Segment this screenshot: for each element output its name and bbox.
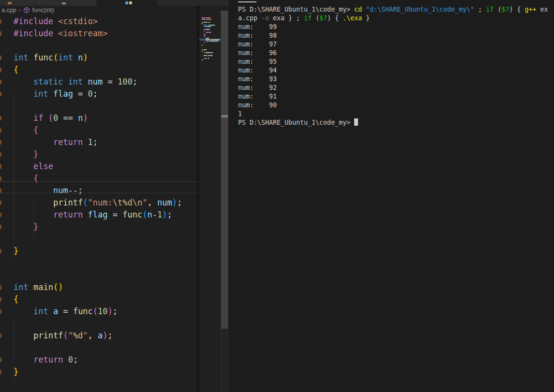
code-token: ; — [93, 137, 98, 147]
code-token: 0 — [53, 113, 58, 123]
scrollbar-thumb[interactable] — [221, 11, 228, 329]
code-token: ex — [537, 6, 548, 13]
code-token: func — [73, 306, 93, 316]
terminal-line[interactable]: num: 96 — [238, 49, 553, 58]
code-token: , — [88, 331, 98, 340]
minimap-code-bar — [206, 19, 211, 20]
code-token — [362, 6, 366, 13]
code-line[interactable] — [0, 40, 198, 52]
code-line[interactable]: if (0 == n) — [0, 112, 198, 124]
code-token: n — [147, 210, 152, 219]
minimap-code-bar — [219, 39, 220, 40]
code-line[interactable] — [0, 257, 198, 269]
code-line[interactable]: #include <iostream> — [0, 28, 198, 40]
minimap-code-bar — [202, 59, 203, 60]
terminal-line[interactable]: a.cpp -o exa } ; if ($?) { .\exa } — [238, 14, 553, 23]
code-token — [14, 89, 33, 99]
code-token — [14, 125, 33, 135]
code-token: { — [14, 294, 18, 304]
code-token: ; — [93, 89, 98, 99]
code-line[interactable]: } — [0, 245, 198, 257]
code-token: { — [14, 65, 18, 74]
code-token: ( — [93, 306, 98, 316]
code-line[interactable]: int flag = 0; — [0, 88, 198, 100]
code-line[interactable]: } — [0, 366, 198, 378]
terminal-line[interactable]: PS D:\SHARE_Ubuntu_1\code_my> — [238, 118, 553, 127]
code-line[interactable]: int a = func(10); — [0, 305, 198, 318]
code-line[interactable]: printf("%d", a); — [0, 330, 198, 342]
terminal-line[interactable]: num: 93 — [238, 75, 553, 84]
code-line[interactable]: } — [0, 148, 198, 160]
code-editor[interactable]: #include <cstdio>#include <iostream>int … — [0, 15, 198, 392]
minimap-code-bar — [210, 26, 211, 27]
code-line[interactable]: { — [0, 64, 198, 76]
code-line[interactable]: } — [0, 221, 198, 233]
minimap-code-bar — [202, 22, 203, 23]
editor-tab[interactable] — [36, 0, 96, 6]
vscode-window: a.cpp › func(int) #include <cstdio>#incl… — [0, 0, 554, 392]
code-line[interactable] — [0, 342, 198, 354]
code-line[interactable]: return flag = func(n-1); — [0, 209, 198, 221]
terminal-line[interactable]: num: 94 — [238, 66, 553, 75]
code-token — [48, 89, 53, 99]
code-line[interactable]: { — [0, 124, 198, 136]
code-token: num: 95 — [238, 58, 277, 65]
code-token: " — [142, 198, 147, 207]
code-token: if — [304, 15, 312, 22]
minimap[interactable] — [199, 6, 221, 392]
breadcrumb-symbol[interactable]: func(int) — [32, 7, 54, 14]
minimap-code-bar — [210, 32, 211, 33]
code-token: 1 — [238, 110, 242, 117]
terminal-line[interactable]: num: 95 — [238, 58, 553, 66]
terminal-panel[interactable]: PS D:\SHARE_Ubuntu_1\code_my> cd "d:\SHA… — [229, 0, 554, 392]
minimap-code-bar — [208, 58, 209, 59]
code-token: int — [14, 282, 29, 292]
code-line[interactable]: #include <cstdio> — [0, 15, 198, 28]
code-token: func — [122, 210, 142, 219]
terminal-line[interactable]: PS D:\SHARE_Ubuntu_1\code_my> cd "d:\SHA… — [238, 5, 553, 14]
code-line[interactable]: printf("num:\t%d\n", num); — [0, 197, 198, 209]
code-token: = — [73, 89, 88, 99]
code-line[interactable]: { — [0, 293, 198, 305]
code-token: num: 92 — [238, 84, 277, 91]
terminal-line[interactable]: num: 97 — [238, 40, 553, 49]
minimap-code-bar — [202, 49, 203, 50]
code-token: ; — [113, 306, 118, 316]
terminal-line[interactable]: num: 90 — [238, 101, 553, 110]
code-line[interactable] — [0, 100, 198, 112]
code-token: ) — [162, 210, 167, 219]
code-token: () — [53, 282, 63, 292]
code-token: } — [14, 246, 18, 256]
code-line[interactable] — [0, 269, 198, 281]
code-token — [63, 77, 68, 87]
breadcrumb-file[interactable]: a.cpp — [1, 7, 16, 14]
code-token: if — [33, 113, 43, 123]
editor-tab[interactable] — [158, 0, 228, 6]
code-token: int — [33, 306, 48, 316]
tab-icon-fragment — [8, 2, 12, 4]
terminal-line[interactable]: num: 92 — [238, 84, 553, 92]
code-line[interactable]: else — [0, 160, 198, 173]
code-token — [14, 355, 33, 364]
code-line[interactable]: int main() — [0, 281, 198, 293]
code-token: func — [33, 53, 53, 62]
code-line[interactable]: int func(int n) — [0, 52, 198, 64]
code-token — [48, 306, 53, 316]
code-token: ( — [63, 331, 68, 340]
terminal-line[interactable]: num: 98 — [238, 31, 553, 40]
minimap-code-bar — [202, 17, 206, 18]
editor-tab[interactable] — [0, 0, 35, 6]
code-line[interactable] — [0, 318, 198, 330]
terminal-line[interactable]: 1 — [238, 110, 553, 118]
terminal-line[interactable]: num: 91 — [238, 92, 553, 101]
code-line[interactable]: static int num = 100; — [0, 76, 198, 88]
code-line[interactable]: return 0; — [0, 354, 198, 366]
code-lines: #include <cstdio>#include <iostream>int … — [0, 15, 198, 378]
terminal-line[interactable]: num: 99 — [238, 23, 553, 31]
code-line[interactable]: return 1; — [0, 136, 198, 148]
code-token: ; — [73, 355, 78, 364]
editor-scrollbar[interactable] — [221, 11, 228, 392]
code-token — [43, 113, 48, 123]
code-line[interactable] — [0, 233, 198, 245]
minimap-code-bar — [212, 52, 213, 53]
